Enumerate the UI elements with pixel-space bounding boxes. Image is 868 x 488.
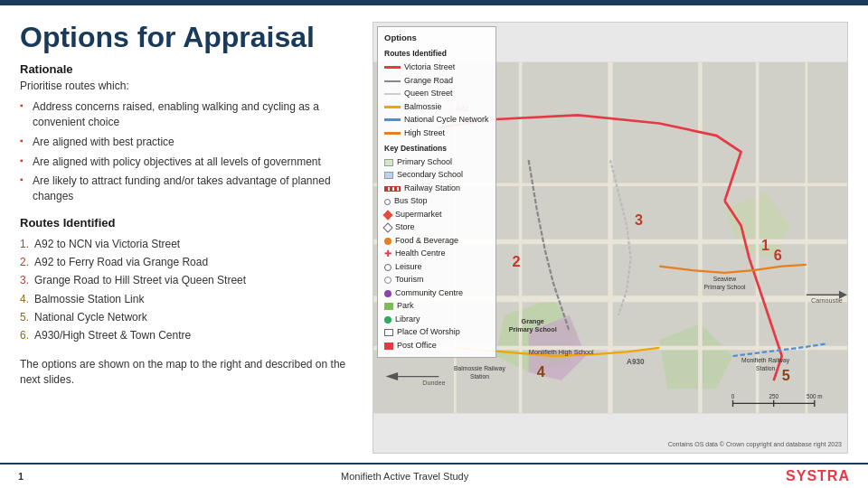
svg-text:Primary School: Primary School	[704, 284, 746, 291]
a930-label: A930	[627, 358, 645, 366]
map-label-5: 5	[782, 367, 790, 383]
route-num-2: 2.	[20, 255, 29, 269]
rationale-label: Rationale	[20, 62, 354, 76]
route-item-6: 6. A930/High Street & Town Centre	[20, 328, 354, 343]
bus-stop-icon	[384, 199, 391, 205]
legend-dest-store: Store	[384, 221, 489, 234]
route-num-5: 5.	[20, 310, 29, 324]
route-item-1: 1. A92 to NCN via Victoria Street	[20, 237, 354, 251]
park-icon	[384, 303, 393, 310]
carnoustie-label: Carnoustie	[811, 296, 843, 305]
dundee-label: Dundee	[422, 379, 445, 387]
primary-school-icon	[384, 159, 393, 166]
bullet-item-4: Are likely to attract funding and/or tak…	[20, 174, 354, 204]
legend-route-5: National Cycle Network	[384, 114, 489, 127]
legend-route-4: Balmossie	[384, 101, 489, 114]
svg-text:Station: Station	[756, 365, 775, 371]
library-icon	[384, 316, 392, 324]
legend-route-6: High Street	[384, 127, 489, 140]
post-icon	[384, 343, 393, 350]
svg-text:500 m: 500 m	[807, 393, 823, 399]
route-2-label: Grange Road	[404, 75, 453, 88]
seaview-label: Seaview	[713, 276, 737, 282]
content-area: Options for Appraisal Rationale Prioriti…	[0, 5, 868, 463]
food-icon	[384, 238, 392, 245]
legend-dest-park: Park	[384, 300, 489, 313]
balmossie-station-label: Balmossie Railway	[454, 365, 505, 372]
right-panel: 1 2 3 4 5 6 Grange Primary School Moniif…	[373, 22, 848, 454]
legend-dest-library: Library	[384, 314, 489, 326]
route-3-color	[384, 93, 401, 95]
bullet-item-1: Address concerns raised, enabling walkin…	[20, 99, 354, 130]
legend-dest-railway: Railway Station	[384, 183, 489, 195]
route-4-label: Balmossie	[404, 101, 442, 114]
bullet-list: Address concerns raised, enabling walkin…	[20, 99, 354, 209]
routes-legend-label: Routes Identified	[384, 48, 489, 60]
legend-dest-tourism: Tourism	[384, 274, 489, 286]
bullet-item-2: Are aligned with best practice	[20, 135, 354, 150]
closing-text: The options are shown on the map to the …	[20, 357, 354, 388]
svg-text:250: 250	[769, 393, 778, 399]
legend-box: Options Routes Identified Victoria Stree…	[377, 26, 496, 358]
svg-text:Station: Station	[470, 373, 489, 380]
map-label-4: 4	[537, 363, 545, 380]
intro-text: Prioritise routes which:	[20, 80, 354, 92]
grange-school-label: Grange	[522, 317, 544, 325]
route-item-5: 5. National Cycle Network	[20, 310, 354, 324]
route-3-label: Queen Street	[404, 88, 453, 100]
route-1-color	[384, 66, 401, 69]
svg-text:Primary School: Primary School	[509, 325, 557, 333]
route-4-color	[384, 106, 401, 108]
railway-icon	[384, 186, 401, 192]
footer-logo: SYSTRA	[786, 468, 850, 484]
route-num-4: 4.	[20, 292, 29, 306]
legend-dest-post: Post Office	[384, 340, 489, 352]
page-title: Options for Appraisal	[20, 22, 354, 53]
worship-icon	[384, 329, 393, 336]
community-icon	[384, 290, 392, 297]
map-label-6: 6	[774, 247, 782, 263]
map-label-3: 3	[635, 211, 643, 228]
tourism-icon	[384, 277, 392, 284]
legend-dest-supermarket: Supermarket	[384, 209, 489, 221]
legend-dest-bus: Bus Stop	[384, 195, 489, 208]
legend-dest-worship: Place Of Worship	[384, 326, 489, 339]
map-label-2: 2	[513, 253, 521, 269]
supermarket-icon	[382, 210, 392, 220]
footer-title: Monifieth Active Travel Study	[341, 471, 468, 482]
route-1-label: Victoria Street	[404, 61, 455, 74]
route-5-color	[384, 118, 401, 121]
legend-title: Options	[384, 32, 489, 44]
footer-page-number: 1	[18, 471, 24, 482]
legend-dest-leisure: Leisure	[384, 261, 489, 274]
logo-text: SYSTRA	[786, 468, 850, 483]
legend-route-2: Grange Road	[384, 75, 489, 88]
legend-dest-community: Community Centre	[384, 287, 489, 300]
health-icon: ✚	[384, 249, 392, 258]
route-num-3: 3.	[20, 273, 29, 287]
legend-dest-food: Food & Beverage	[384, 235, 489, 248]
destinations-legend-label: Key Destinations	[384, 143, 489, 155]
moniifieth-school-label: Moniifieth High School	[529, 348, 594, 356]
map-label-1: 1	[761, 237, 769, 253]
bullet-item-3: Are aligned with policy objectives at al…	[20, 155, 354, 170]
route-item-2: 2. A92 to Ferry Road via Grange Road	[20, 255, 354, 269]
leisure-icon	[384, 264, 392, 271]
legend-route-1: Victoria Street	[384, 61, 489, 74]
legend-dest-health: ✚ Health Centre	[384, 248, 489, 260]
route-num-6: 6.	[20, 328, 29, 343]
legend-dest-secondary: Secondary School	[384, 169, 489, 182]
route-6-color	[384, 132, 401, 135]
route-item-4: 4. Balmossie Station Link	[20, 292, 354, 306]
map-copyright: Contains OS data © Crown copyright and d…	[668, 441, 842, 447]
footer: 1 Monifieth Active Travel Study SYSTRA	[0, 463, 868, 488]
monifieth-station-label: Monifieth Railway	[741, 357, 790, 364]
route-item-3: 3. Grange Road to Hill Street via Queen …	[20, 273, 354, 287]
routes-list: 1. A92 to NCN via Victoria Street 2. A92…	[20, 237, 354, 346]
svg-text:0: 0	[731, 393, 735, 399]
route-6-label: High Street	[404, 127, 445, 140]
route-2-color	[384, 80, 401, 82]
store-icon	[382, 222, 392, 232]
route-num-1: 1.	[20, 237, 29, 251]
routes-label: Routes Identified	[20, 216, 354, 230]
